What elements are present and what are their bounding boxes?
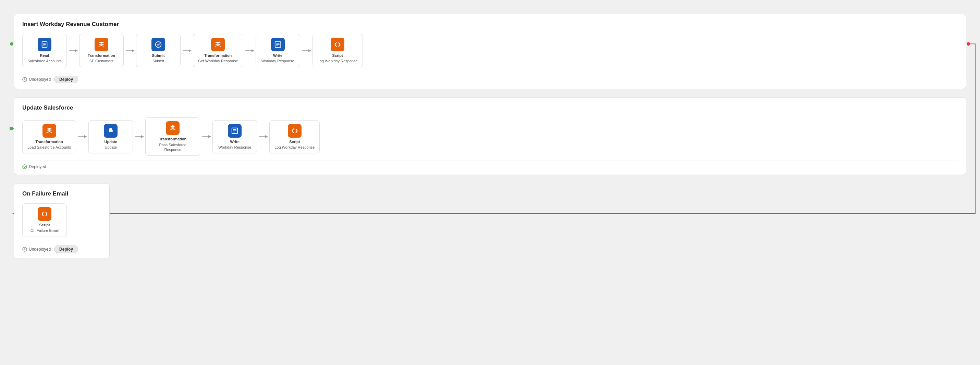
group-title-1: Insert Workday Revenue Customer: [22, 21, 958, 28]
flow-nodes-3: ScriptOn Failure Email: [22, 203, 101, 236]
svg-marker-8: [132, 49, 135, 52]
node-label-2-0: Load Salesforce Accounts: [27, 145, 71, 150]
svg-marker-13: [251, 49, 254, 52]
flow-footer-2: Deployed: [22, 160, 958, 169]
svg-point-9: [156, 42, 161, 48]
node-label-2-3: Workday Response: [218, 145, 251, 150]
svg-point-33: [22, 165, 27, 169]
entry-dot-2: [10, 127, 13, 130]
flow-footer-3: Undeployed Deploy: [22, 242, 101, 253]
status-undeployed-1: Undeployed: [22, 77, 51, 82]
node-2-1[interactable]: UpdateUpdate: [88, 120, 133, 153]
status-label-3: Undeployed: [29, 247, 51, 252]
node-2-3[interactable]: WriteWorkday Response: [212, 120, 257, 153]
exit-dot-1: [967, 42, 970, 46]
node-type-2-1: Update: [105, 140, 117, 144]
node-label-1-5: Log Workday Response: [318, 59, 358, 63]
node-3-0[interactable]: ScriptOn Failure Email: [22, 203, 67, 236]
node-type-1-1: Transformation: [88, 53, 115, 58]
node-label-1-4: Workday Response: [261, 59, 294, 63]
node-1-4[interactable]: WriteWorkday Response: [256, 34, 300, 67]
canvas: Insert Workday Revenue Customer ReadSale…: [7, 7, 973, 274]
deploy-button-3[interactable]: Deploy: [54, 246, 78, 253]
svg-marker-6: [75, 49, 78, 52]
node-label-1-0: Salesforce Accounts: [27, 59, 62, 63]
node-type-1-2: Submit: [152, 53, 164, 58]
node-label-2-1: Update: [105, 145, 116, 150]
arrow-1-3: [182, 48, 191, 53]
undeployed-icon-3: [22, 247, 27, 252]
salesforce-icon-2-1: [104, 124, 118, 138]
transform-icon-1-3: [211, 38, 225, 51]
node-type-1-0: Read: [40, 53, 49, 58]
deploy-button-1[interactable]: Deploy: [54, 76, 78, 83]
node-type-2-2: Transformation: [159, 137, 186, 141]
node-label-1-2: Submit: [153, 59, 164, 63]
svg-marker-19: [309, 49, 311, 52]
node-1-5[interactable]: ScriptLog Workday Response: [312, 34, 363, 67]
entry-dot-1: [10, 42, 13, 46]
node-2-0[interactable]: TransformationLoad Salesforce Accounts: [22, 120, 76, 153]
node-type-2-3: Write: [230, 140, 240, 144]
node-type-2-0: Transformation: [36, 140, 63, 144]
node-label-3-0: On Failure Email: [30, 228, 59, 233]
group-title-3: On Failure Email: [22, 190, 101, 197]
arrow-1-5: [302, 48, 311, 53]
svg-marker-26: [208, 135, 211, 138]
status-deployed-2: Deployed: [22, 164, 46, 169]
node-label-2-4: Log Workday Response: [274, 145, 315, 150]
node-2-4[interactable]: ScriptLog Workday Response: [269, 120, 320, 153]
node-2-2[interactable]: TransformationPass Salesforce Response: [145, 117, 200, 156]
write-icon-2-3: [228, 124, 242, 138]
arrow-1-4: [245, 48, 254, 53]
node-label-1-3: Get Workday Response: [198, 59, 238, 63]
arrow-2-1: [78, 134, 87, 140]
node-type-2-4: Script: [289, 140, 300, 144]
flow-group-on-failure: On Failure Email ScriptOn Failure Email …: [14, 183, 110, 259]
flow-nodes-1: ReadSalesforce AccountsTransformationSF …: [22, 34, 958, 67]
script-icon-2-4: [288, 124, 302, 138]
node-1-3[interactable]: TransformationGet Workday Response: [193, 34, 243, 67]
arrow-1-2: [125, 48, 135, 53]
transform-icon-2-0: [43, 124, 56, 138]
undeployed-icon-1: [22, 77, 27, 82]
node-label-1-1: SF Customers: [89, 59, 113, 63]
svg-marker-32: [265, 135, 268, 138]
arrow-2-3: [202, 134, 211, 140]
svg-marker-22: [84, 135, 87, 138]
write-icon-1-4: [271, 38, 285, 51]
node-type-1-4: Write: [273, 53, 282, 58]
group-title-2: Update Salesforce: [22, 105, 958, 111]
svg-marker-11: [189, 49, 191, 52]
status-label-1: Undeployed: [29, 77, 51, 82]
node-type-3-0: Script: [39, 223, 50, 227]
flow-nodes-2: TransformationLoad Salesforce AccountsUp…: [22, 117, 958, 156]
node-type-1-3: Transformation: [204, 53, 232, 58]
arrow-2-4: [258, 134, 268, 140]
transform-icon-2-2: [166, 121, 180, 135]
node-label-2-2: Pass Salesforce Response: [150, 143, 195, 152]
script-icon-3-0: [38, 207, 51, 221]
node-1-2[interactable]: SubmitSubmit: [136, 34, 181, 67]
flow-group-update-salesforce: Update Salesforce TransformationLoad Sal…: [14, 97, 966, 175]
status-label-2: Deployed: [29, 164, 46, 169]
status-undeployed-3: Undeployed: [22, 247, 51, 252]
submit-icon-1-2: [151, 38, 165, 51]
arrow-2-2: [134, 134, 144, 140]
arrow-1-1: [68, 48, 78, 53]
read-icon-1-0: [38, 38, 51, 51]
node-1-0[interactable]: ReadSalesforce Accounts: [22, 34, 67, 67]
transform-icon-1-1: [95, 38, 108, 51]
script-icon-1-5: [331, 38, 344, 51]
flow-group-insert-workday: Insert Workday Revenue Customer ReadSale…: [14, 14, 966, 89]
node-type-1-5: Script: [332, 53, 343, 58]
node-1-1[interactable]: TransformationSF Customers: [79, 34, 124, 67]
deployed-icon-2: [22, 164, 27, 169]
svg-marker-24: [141, 135, 144, 138]
flow-footer-1: Undeployed Deploy: [22, 72, 958, 83]
